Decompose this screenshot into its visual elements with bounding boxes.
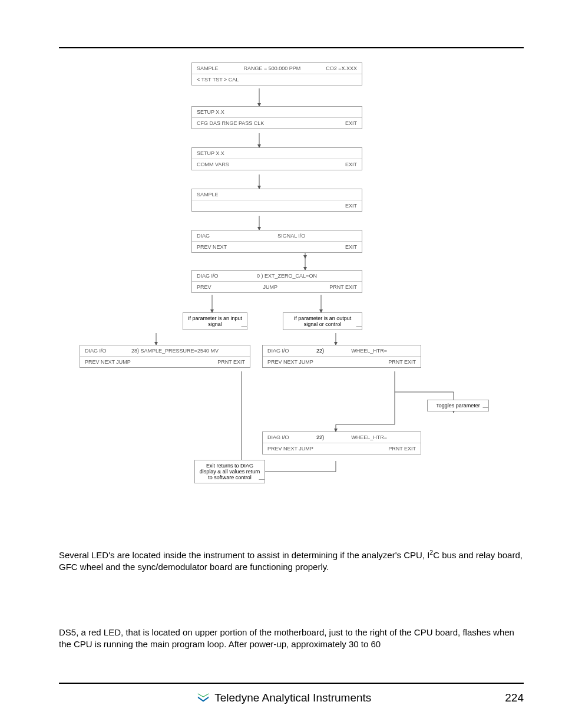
softkeys: PREV NEXT JUMP: [85, 359, 131, 365]
screen-setup-2: SETUP X.X COMM VARS EXIT: [191, 147, 362, 170]
softkeys: PRNT EXIT: [217, 359, 245, 365]
spacer: [59, 691, 62, 704]
screen-diag-signal-io: DIAG SIGNAL I/O PREV NEXT EXIT: [191, 230, 362, 253]
label: DIAG: [197, 233, 210, 239]
screen-diag-io-wheel-htr-1: DIAG I/O 22) WHEEL_HTR= PREV NEXT JUMP P…: [262, 345, 421, 368]
softkey-exit: EXIT: [345, 120, 357, 126]
top-rule: [59, 47, 524, 48]
label: WHEEL_HTR=: [351, 434, 387, 440]
menu-flow-diagram: SAMPLE RANGE = 500.000 PPM CO2 =X.XXX < …: [59, 59, 530, 519]
screen-diag-io-sample-pressure: DIAG I/O 28) SAMPLE_PRESSURE=2540 MV PRE…: [80, 345, 250, 368]
softkey-jump: JUMP: [263, 284, 278, 290]
label: SIGNAL I/O: [277, 233, 305, 239]
label: SETUP X.X: [197, 109, 224, 115]
bottom-rule: [59, 683, 524, 684]
label: SAMPLE: [197, 65, 219, 71]
label: 22): [316, 434, 324, 440]
page-footer: Teledyne Analytical Instruments 224: [59, 691, 524, 704]
body-text: Several LED's are located inside the ins…: [59, 548, 524, 660]
softkeys: PREV NEXT: [197, 244, 227, 250]
screen-diag-io-wheel-htr-2: DIAG I/O 22) WHEEL_HTR= PREV NEXT JUMP P…: [262, 431, 421, 454]
text: If parameter is an input signal: [188, 315, 242, 327]
text: Exit returns to DIAG display & all value…: [200, 463, 260, 480]
softkeys: COMM VARS: [197, 162, 229, 167]
note-input-signal: If parameter is an input signal: [183, 312, 247, 330]
spacer: [414, 348, 416, 354]
screen-sample-2: SAMPLE EXIT: [191, 189, 362, 212]
softkeys: PREV NEXT JUMP: [267, 359, 313, 365]
softkey-prev: PREV: [197, 284, 211, 290]
screen-sample: SAMPLE RANGE = 500.000 PPM CO2 =X.XXX < …: [191, 62, 362, 85]
label: CO2 =X.XXX: [326, 65, 357, 71]
label: RANGE = 500.000 PPM: [243, 65, 300, 71]
softkey-exit: EXIT: [345, 162, 357, 167]
text: Several LED's are located inside the ins…: [59, 550, 429, 560]
softkey-exit: EXIT: [345, 244, 357, 250]
softkeys: PRNT EXIT: [329, 284, 357, 290]
softkeys: PRNT EXIT: [388, 359, 416, 365]
label: SAMPLE: [197, 192, 219, 197]
paragraph-1: Several LED's are located inside the ins…: [59, 548, 524, 574]
text: If parameter is an output signal or cont…: [294, 315, 352, 327]
note-toggles-parameter: Toggles parameter: [427, 400, 489, 411]
spacer: [197, 203, 199, 209]
softkeys: PRNT EXIT: [388, 446, 416, 452]
label: DIAG I/O: [267, 434, 289, 440]
spacer: [355, 233, 357, 239]
spacer: [355, 273, 357, 279]
softkeys: PREV NEXT JUMP: [267, 446, 313, 452]
label: DIAG I/O: [85, 348, 107, 354]
note-output-signal: If parameter is an output signal or cont…: [283, 312, 362, 330]
screen-diag-io-ext-zero: DIAG I/O 0 ) EXT_ZERO_CAL=ON PREV JUMP P…: [191, 270, 362, 293]
softkeys: < TST TST > CAL: [197, 77, 239, 83]
label: DIAG I/O: [197, 273, 219, 279]
page-number: 224: [505, 691, 524, 704]
text: Toggles parameter: [436, 403, 480, 409]
softkeys: CFG DAS RNGE PASS CLK: [197, 120, 264, 126]
label: 28) SAMPLE_PRESSURE=2540 MV: [131, 348, 219, 354]
spacer: [414, 434, 416, 440]
teledyne-logo-icon: [196, 692, 211, 704]
label: WHEEL_HTR=: [351, 348, 387, 354]
label: SETUP X.X: [197, 150, 224, 156]
label: 22): [316, 348, 324, 354]
label: 0 ) EXT_ZERO_CAL=ON: [257, 273, 317, 279]
screen-setup-1: SETUP X.X CFG DAS RNGE PASS CLK EXIT: [191, 106, 362, 129]
spacer: [243, 348, 245, 354]
brand-text: Teledyne Analytical Instruments: [214, 691, 371, 704]
note-exit-returns: Exit returns to DIAG display & all value…: [194, 460, 265, 483]
softkey-exit: EXIT: [345, 203, 357, 209]
paragraph-2: DS5, a red LED, that is located on upper…: [59, 627, 524, 651]
brand: Teledyne Analytical Instruments: [196, 691, 371, 704]
label: DIAG I/O: [267, 348, 289, 354]
